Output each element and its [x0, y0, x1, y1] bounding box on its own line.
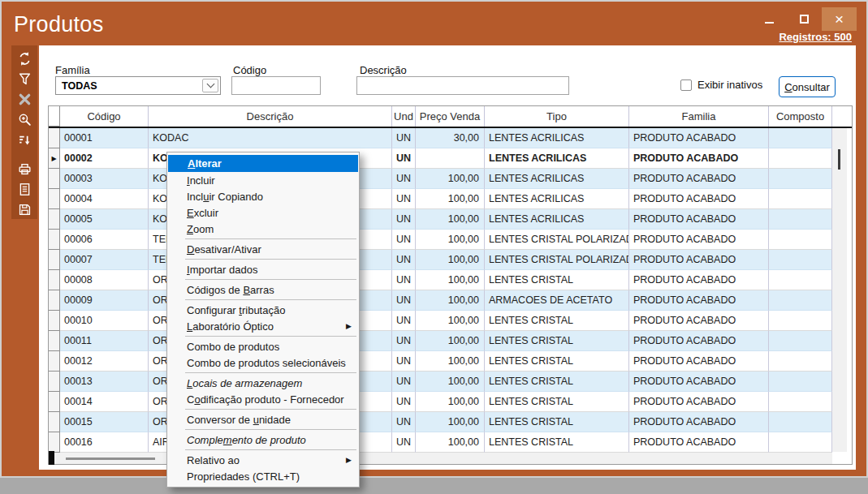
cell-und[interactable]: UN [392, 128, 416, 148]
menu-item-desativar-ativar[interactable]: Desativar/Ativar [167, 241, 359, 257]
cell-composto[interactable] [769, 351, 832, 372]
cell-familia[interactable]: PRODUTO ACABADO [629, 392, 769, 412]
consultar-button[interactable]: Consultar [779, 76, 836, 97]
cell-tipo[interactable]: ARMACOES DE ACETATO [485, 290, 629, 311]
cell-und[interactable]: UN [392, 372, 416, 392]
menu-item-incluir[interactable]: Incluir [167, 172, 359, 188]
exibir-inativos-checkbox[interactable] [680, 79, 692, 91]
cell-preco[interactable]: 100,00 [416, 230, 485, 250]
cell-preco[interactable]: 100,00 [416, 351, 485, 372]
cell-preco[interactable]: 100,00 [416, 331, 485, 351]
cell-tipo[interactable]: LENTES CRISTAL [485, 331, 629, 351]
row-selector-cell[interactable] [49, 128, 60, 148]
cell-codigo[interactable]: 00001 [60, 128, 149, 148]
cell-preco[interactable]: 100,00 [416, 290, 485, 311]
table-row[interactable]: 00001KODACUN30,00LENTES ACRILICASPRODUTO… [49, 128, 852, 148]
cell-familia[interactable]: PRODUTO ACABADO [629, 331, 769, 351]
cell-codigo[interactable]: 00002 [60, 148, 149, 169]
codigo-input[interactable] [231, 76, 321, 95]
cell-familia[interactable]: PRODUTO ACABADO [629, 270, 769, 290]
cell-composto[interactable] [769, 372, 832, 392]
cell-familia[interactable]: PRODUTO ACABADO [629, 432, 769, 453]
cell-und[interactable]: UN [392, 290, 416, 311]
cell-familia[interactable]: PRODUTO ACABADO [629, 128, 769, 148]
cell-preco[interactable] [416, 148, 485, 169]
cell-codigo[interactable]: 00003 [60, 169, 149, 189]
cell-tipo[interactable]: LENTES CRISTAL [485, 432, 629, 453]
cell-preco[interactable]: 100,00 [416, 250, 485, 270]
cell-tipo[interactable]: LENTES CRISTAL [485, 270, 629, 290]
cell-und[interactable]: UN [392, 209, 416, 230]
menu-item-combo-de-produtos-selecion-veis[interactable]: Combo de produtos selecionáveis [167, 354, 359, 371]
row-selector-cell[interactable] [49, 230, 60, 250]
cell-composto[interactable] [769, 290, 832, 311]
cell-codigo[interactable]: 00013 [60, 372, 149, 392]
cell-preco[interactable]: 100,00 [416, 209, 485, 230]
row-selector-cell[interactable] [49, 432, 60, 453]
cell-composto[interactable] [769, 169, 832, 189]
cell-composto[interactable] [769, 331, 832, 351]
row-selector-cell[interactable] [49, 331, 60, 351]
cell-tipo[interactable]: LENTES CRISTAL [485, 392, 629, 412]
row-selector-cell[interactable] [49, 250, 60, 270]
cell-codigo[interactable]: 00011 [60, 331, 149, 351]
cell-tipo[interactable]: LENTES CRISTAL POLARIZADAS [485, 230, 629, 250]
row-selector-cell[interactable] [49, 351, 60, 372]
cell-und[interactable]: UN [392, 189, 416, 209]
cell-und[interactable]: UN [392, 392, 416, 412]
cell-codigo[interactable]: 00005 [60, 209, 149, 230]
row-selector-cell[interactable] [49, 169, 60, 189]
menu-item-zoom[interactable]: Zoom [167, 221, 359, 237]
vertical-scrollbar-thumb[interactable] [838, 149, 840, 170]
menu-item-relativo-ao[interactable]: Relativo ao▶ [167, 452, 359, 468]
refresh-icon[interactable] [14, 49, 35, 69]
menu-item-complemento-de-produto[interactable]: Complemento de produto [167, 432, 359, 448]
cell-preco[interactable]: 100,00 [416, 432, 485, 453]
column-header-codigo[interactable]: Código [60, 106, 149, 127]
cell-codigo[interactable]: 00006 [60, 230, 149, 250]
cell-familia[interactable]: PRODUTO ACABADO [629, 412, 769, 432]
menu-item-codifica-o-produto-fornecedor[interactable]: Codificação produto - Fornecedor [167, 391, 359, 407]
cell-codigo[interactable]: 00016 [60, 432, 149, 453]
cell-und[interactable]: UN [392, 351, 416, 372]
cell-composto[interactable] [769, 392, 832, 412]
menu-item-alterar[interactable]: Alterar [168, 155, 358, 172]
row-selector-cell[interactable] [49, 209, 60, 230]
menu-item-incluir-copiando[interactable]: Incluir Copiando [167, 188, 359, 204]
minimize-button[interactable] [752, 7, 787, 31]
cell-preco[interactable]: 100,00 [416, 270, 485, 290]
cell-codigo[interactable]: 00014 [60, 392, 149, 412]
row-selector-cell[interactable] [49, 392, 60, 412]
cell-familia[interactable]: PRODUTO ACABADO [629, 250, 769, 270]
cell-familia[interactable]: PRODUTO ACABADO [629, 290, 769, 311]
cell-und[interactable]: UN [392, 230, 416, 250]
row-selector-cell[interactable] [49, 270, 60, 290]
cell-familia[interactable]: PRODUTO ACABADO [629, 189, 769, 209]
cell-familia[interactable]: PRODUTO ACABADO [629, 148, 769, 169]
cell-familia[interactable]: PRODUTO ACABADO [629, 169, 769, 189]
cell-composto[interactable] [769, 189, 832, 209]
cell-familia[interactable]: PRODUTO ACABADO [629, 351, 769, 372]
cell-tipo[interactable]: LENTES CRISTAL [485, 412, 629, 432]
descricao-input[interactable] [356, 76, 569, 95]
cell-composto[interactable] [769, 432, 832, 453]
cell-und[interactable]: UN [392, 169, 416, 189]
cell-tipo[interactable]: LENTES ACRILICAS [485, 148, 629, 169]
row-selector-cell[interactable] [49, 311, 60, 331]
cell-composto[interactable] [769, 209, 832, 230]
familia-dropdown[interactable]: TODAS [55, 76, 221, 95]
menu-item-c-digos-de-barras[interactable]: Códigos de Barras [167, 281, 359, 298]
cell-composto[interactable] [769, 250, 832, 270]
menu-item-propriedades-ctrl-t[interactable]: Propriedades (CTRL+T) [167, 468, 359, 484]
cell-composto[interactable] [769, 230, 832, 250]
menu-item-importar-dados[interactable]: Importar dados [167, 261, 359, 277]
cell-familia[interactable]: PRODUTO ACABADO [629, 230, 769, 250]
row-selector-cell[interactable] [49, 189, 60, 209]
cell-und[interactable]: UN [392, 432, 416, 453]
row-selector-cell[interactable] [49, 290, 60, 311]
cell-composto[interactable] [769, 148, 832, 169]
cell-codigo[interactable]: 00004 [60, 189, 149, 209]
column-header-tipo[interactable]: Tipo [485, 106, 629, 127]
cell-preco[interactable]: 100,00 [416, 392, 485, 412]
cell-tipo[interactable]: LENTES CRISTAL [485, 351, 629, 372]
